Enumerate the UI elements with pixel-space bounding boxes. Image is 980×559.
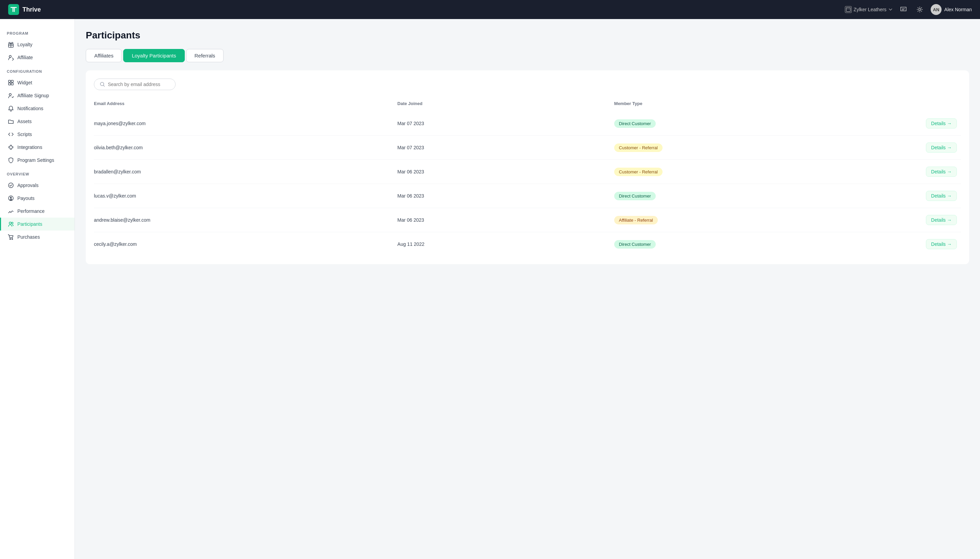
- cell-email-4: andrew.blaise@zylker.com: [94, 208, 398, 232]
- cell-action-4: Details →: [831, 208, 961, 232]
- details-button-3[interactable]: Details →: [926, 191, 957, 201]
- sidebar-section-config: CONFIGURATION: [0, 69, 75, 76]
- top-nav: Thrive Zylker Leathers AN Alex Norman: [0, 0, 980, 19]
- cell-type-0: Direct Customer: [614, 111, 831, 136]
- settings-button[interactable]: [914, 4, 925, 15]
- sidebar: PROGRAM Loyalty Affiliate CONFIGURATION …: [0, 19, 75, 559]
- details-button-1[interactable]: Details →: [926, 142, 957, 153]
- tab-affiliates[interactable]: Affiliates: [86, 49, 122, 62]
- cell-action-0: Details →: [831, 111, 961, 136]
- cell-date-4: Mar 06 2023: [398, 208, 614, 232]
- cart-icon: [8, 234, 14, 240]
- svg-point-13: [12, 222, 13, 224]
- cell-type-2: Customer - Referral: [614, 160, 831, 184]
- sidebar-label-participants: Participants: [17, 222, 42, 227]
- main-layout: PROGRAM Loyalty Affiliate CONFIGURATION …: [0, 19, 980, 559]
- avatar: AN: [931, 4, 942, 15]
- user-tag-icon: [8, 55, 14, 61]
- messages-button[interactable]: [898, 4, 909, 15]
- cell-action-1: Details →: [831, 136, 961, 160]
- search-wrap: [94, 79, 961, 90]
- sidebar-label-affiliate-signup: Affiliate Signup: [17, 93, 49, 98]
- cell-email-1: olivia.beth@zylker.com: [94, 136, 398, 160]
- svg-rect-7: [8, 83, 10, 85]
- gift-icon: [8, 41, 14, 48]
- svg-point-9: [9, 94, 11, 96]
- sidebar-label-assets: Assets: [17, 119, 32, 124]
- sidebar-label-performance: Performance: [17, 208, 45, 214]
- sidebar-item-program-settings[interactable]: Program Settings: [0, 154, 75, 167]
- sidebar-item-notifications[interactable]: Notifications: [0, 102, 75, 115]
- col-header-date: Date Joined: [398, 98, 614, 111]
- table-row: cecily.a@zylker.com Aug 11 2022 Direct C…: [94, 232, 961, 256]
- sidebar-label-purchases: Purchases: [17, 234, 40, 240]
- logo-area: Thrive: [8, 4, 41, 15]
- member-type-badge-1: Customer - Referral: [614, 144, 663, 152]
- sidebar-label-program-settings: Program Settings: [17, 157, 54, 163]
- sidebar-item-loyalty[interactable]: Loyalty: [0, 38, 75, 51]
- tab-referrals[interactable]: Referrals: [186, 49, 224, 62]
- table-row: bradallen@zylker.com Mar 06 2023 Custome…: [94, 160, 961, 184]
- bell-icon: [8, 106, 14, 111]
- sidebar-label-payouts: Payouts: [17, 195, 35, 201]
- sidebar-label-notifications: Notifications: [17, 106, 43, 111]
- cell-email-2: bradallen@zylker.com: [94, 160, 398, 184]
- cell-action-3: Details →: [831, 184, 961, 208]
- svg-rect-1: [846, 7, 851, 12]
- svg-point-2: [919, 8, 921, 10]
- cell-email-3: lucas.v@zylker.com: [94, 184, 398, 208]
- member-type-badge-5: Direct Customer: [614, 240, 656, 248]
- svg-point-14: [10, 239, 11, 240]
- sidebar-item-assets[interactable]: Assets: [0, 115, 75, 128]
- cell-date-2: Mar 06 2023: [398, 160, 614, 184]
- svg-rect-8: [11, 83, 13, 85]
- tab-loyalty-participants[interactable]: Loyalty Participants: [123, 49, 184, 62]
- cell-date-5: Aug 11 2022: [398, 232, 614, 256]
- sidebar-label-affiliate: Affiliate: [17, 55, 33, 60]
- details-button-0[interactable]: Details →: [926, 118, 957, 129]
- sidebar-item-affiliate[interactable]: Affiliate: [0, 51, 75, 64]
- cell-email-5: cecily.a@zylker.com: [94, 232, 398, 256]
- store-selector[interactable]: Zylker Leathers: [845, 6, 892, 13]
- puzzle-icon: [8, 144, 14, 150]
- sidebar-item-scripts[interactable]: Scripts: [0, 128, 75, 141]
- details-button-5[interactable]: Details →: [926, 239, 957, 249]
- sidebar-section-overview: OVERVIEW: [0, 172, 75, 179]
- sidebar-item-integrations[interactable]: Integrations: [0, 141, 75, 154]
- member-type-badge-2: Customer - Referral: [614, 168, 663, 176]
- search-input[interactable]: [108, 82, 170, 87]
- store-icon: [845, 6, 852, 13]
- sidebar-item-performance[interactable]: Performance: [0, 205, 75, 218]
- svg-point-10: [8, 183, 13, 188]
- svg-rect-6: [11, 80, 13, 82]
- table-row: maya.jones@zylker.com Mar 07 2023 Direct…: [94, 111, 961, 136]
- table-row: lucas.v@zylker.com Mar 06 2023 Direct Cu…: [94, 184, 961, 208]
- sidebar-item-widget[interactable]: Widget: [0, 76, 75, 89]
- code-icon: [8, 131, 14, 137]
- details-button-2[interactable]: Details →: [926, 167, 957, 177]
- check-circle-icon: [8, 182, 14, 189]
- svg-point-15: [12, 239, 13, 240]
- sidebar-item-participants[interactable]: Participants: [0, 218, 75, 230]
- search-input-wrap[interactable]: [94, 79, 176, 90]
- sidebar-item-payouts[interactable]: Payouts: [0, 192, 75, 205]
- col-header-email: Email Address: [94, 98, 398, 111]
- main-content: Participants Affiliates Loyalty Particip…: [75, 19, 980, 559]
- member-type-badge-3: Direct Customer: [614, 192, 656, 200]
- sidebar-label-integrations: Integrations: [17, 144, 42, 150]
- table-row: olivia.beth@zylker.com Mar 07 2023 Custo…: [94, 136, 961, 160]
- cell-type-1: Customer - Referral: [614, 136, 831, 160]
- sidebar-item-purchases[interactable]: Purchases: [0, 230, 75, 243]
- user-check-icon: [8, 93, 14, 99]
- sidebar-item-approvals[interactable]: Approvals: [0, 179, 75, 192]
- details-button-4[interactable]: Details →: [926, 215, 957, 225]
- cell-date-1: Mar 07 2023: [398, 136, 614, 160]
- user-name: Alex Norman: [944, 7, 972, 12]
- cell-email-0: maya.jones@zylker.com: [94, 111, 398, 136]
- sidebar-label-widget: Widget: [17, 80, 32, 85]
- cell-type-5: Direct Customer: [614, 232, 831, 256]
- svg-point-12: [9, 222, 11, 224]
- sidebar-item-affiliate-signup[interactable]: Affiliate Signup: [0, 89, 75, 102]
- member-type-badge-4: Affiliate - Referral: [614, 216, 658, 225]
- widget-icon: [8, 79, 14, 86]
